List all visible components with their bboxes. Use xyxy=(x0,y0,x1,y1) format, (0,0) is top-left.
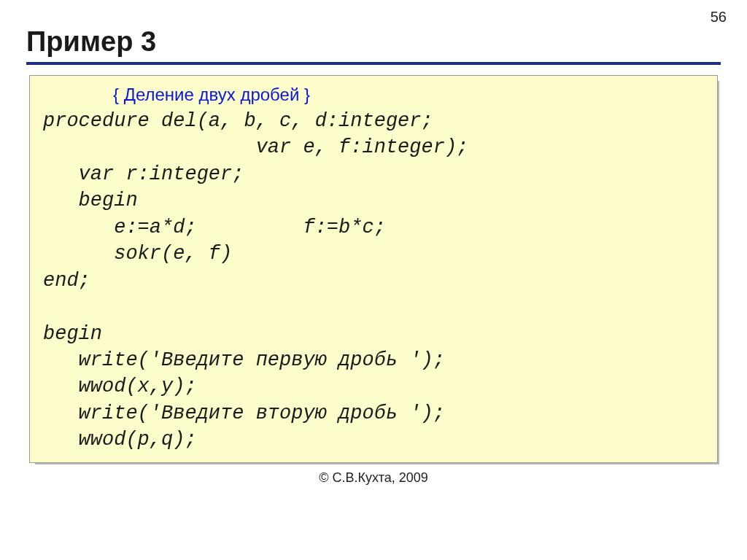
title-rule xyxy=(26,62,721,65)
code-box: { Деление двух дробей } procedure del(a,… xyxy=(29,75,718,463)
footer-copyright: © С.В.Кухта, 2009 xyxy=(26,470,721,486)
slide: 56 Пример 3 { Деление двух дробей } proc… xyxy=(0,0,747,560)
code-comment: { Деление двух дробей } xyxy=(113,85,704,105)
code-block: { Деление двух дробей } procedure del(a,… xyxy=(29,75,718,463)
slide-title: Пример 3 xyxy=(26,26,721,58)
page-number: 56 xyxy=(711,9,727,26)
code-body: procedure del(a, b, c, d:integer; var e,… xyxy=(43,108,704,454)
